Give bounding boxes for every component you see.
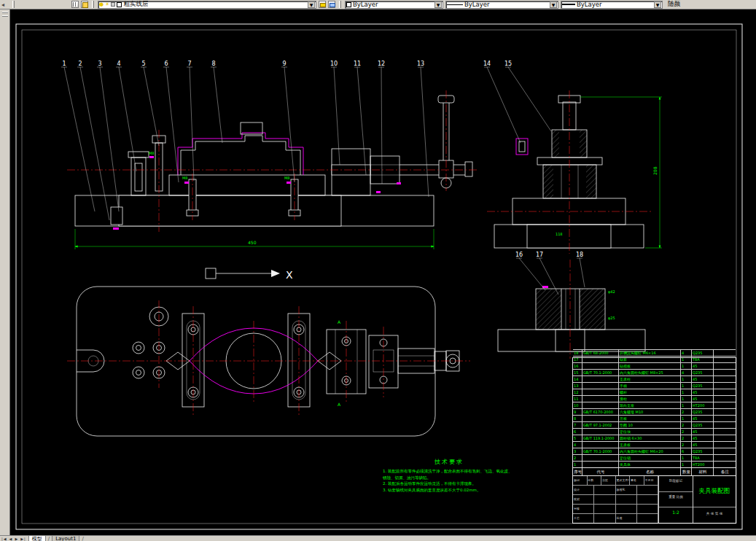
lineweight-value: ByLayer	[577, 1, 602, 8]
tb-label-count: 处数	[588, 476, 602, 485]
callout-number[interactable]: 14	[483, 61, 491, 67]
layer-dropdown-arrow[interactable]: ▼	[308, 1, 315, 8]
toolbar-grip[interactable]	[92, 1, 94, 8]
callout-number[interactable]: 10	[330, 61, 338, 67]
tb-label-std: 标准化	[616, 486, 637, 494]
side-view[interactable]: 118 208	[487, 90, 662, 254]
callout-number[interactable]: 3	[98, 61, 101, 67]
callout-number[interactable]: 16	[515, 252, 523, 258]
linetype-dropdown-arrow[interactable]: ▼	[550, 1, 557, 8]
tech-requirements[interactable]: 技术要求 1. 装配前所有零件必须清洗干净，配合表面不得有毛刺、飞边、氧化皮、锈…	[383, 458, 515, 493]
bom-row: 13手柄1Q235	[573, 382, 736, 389]
top-toolbar: ◂ ● ☀ 粗实线层 ▼ ByLayer ▼ ByLayer ▼ ByL	[0, 0, 756, 9]
tab-layout1[interactable]: Layout1	[52, 536, 79, 541]
current-color-swatch	[346, 2, 351, 7]
title-block-right: 夹具装配图 共 张 第 张	[693, 476, 736, 523]
title-block-left: 标记 处数 分区 更改文件号 签名 年月日 设计 标准化 校对	[573, 476, 659, 523]
thread-label: M8	[149, 151, 155, 155]
layer-lock-icon	[111, 2, 115, 7]
tb-label-doc: 更改文件号	[616, 476, 631, 485]
layer-states-icon[interactable]	[81, 1, 88, 8]
bom-row: 16钻模板145	[573, 362, 736, 369]
callout-number[interactable]: 15	[504, 61, 512, 67]
tab-model[interactable]: 模型	[28, 536, 46, 541]
toolbar-grip[interactable]	[339, 1, 341, 8]
tb-label-approve: 批准	[616, 514, 637, 523]
layer-name: 粗实线层	[123, 0, 148, 9]
callout-number[interactable]: 5	[141, 61, 145, 67]
drawing-canvas[interactable]: M8 M8 M8 450	[10, 9, 756, 535]
layer-properties-manager-icon[interactable]	[71, 1, 79, 8]
bom-row: 18GB/T 68-2000开槽沉头螺钉 M6×164Q235	[573, 349, 736, 356]
color-dropdown[interactable]: ByLayer ▼	[345, 1, 443, 9]
callout-number[interactable]: 2	[78, 61, 82, 67]
bom-row: 12螺杆145	[573, 389, 736, 395]
layer-thaw-icon: ☀	[105, 1, 109, 8]
tb-scale-value: 1:2	[659, 507, 693, 523]
layer-dropdown[interactable]: ● ☀ 粗实线层 ▼	[98, 1, 316, 9]
bom-rows: 1夹具体1HT2002定位销1T8A3GB/T 70.1-2000内六角圆柱头螺…	[573, 358, 736, 467]
tab-nav-first-icon[interactable]: |◀	[1, 537, 7, 541]
layout-tab-bar: |◀ ◀ ▶ ▶| 模型 / Layout1 /	[0, 535, 756, 541]
plan-view[interactable]: A A	[67, 287, 470, 436]
bom-row: 14支承柱145	[573, 375, 736, 382]
tb-label-date: 年月日	[644, 476, 659, 485]
detail-dia-top-text: φ42	[608, 289, 615, 295]
detail-view[interactable]: φ42 φ25	[498, 260, 645, 359]
lineweight-sample	[562, 4, 575, 5]
bom-row: 3GB/T 70.1-2000内六角圆柱头螺钉 M6×206Q235	[573, 448, 736, 454]
bom-row: 4支承板245	[573, 441, 736, 448]
linetype-dropdown[interactable]: ByLayer ▼	[445, 1, 558, 9]
tab-divider: /	[82, 536, 83, 541]
toolbar-grip[interactable]	[12, 1, 15, 8]
section-mark-bottom: A	[338, 402, 341, 407]
callout-number[interactable]: 17	[536, 252, 543, 258]
bom-row: 17钻套1T8A	[573, 356, 736, 362]
front-width-text: 450	[248, 240, 257, 245]
callouts-side[interactable]: 1415	[483, 61, 551, 143]
bom-row: 7GB/T 97.1-2002垫圈 102Q235	[573, 421, 736, 428]
toolbar-overflow-icon[interactable]: ◂	[1, 1, 9, 8]
tech-requirements-title: 技术要求	[383, 458, 515, 466]
callout-number[interactable]: 1	[62, 61, 66, 67]
callouts-detail[interactable]: 161718	[515, 252, 585, 295]
linetype-value: ByLayer	[464, 1, 490, 8]
plotstyle-clipped-label: 随颜	[668, 0, 680, 9]
callout-number[interactable]: 6	[164, 61, 168, 67]
thread-label: M8	[182, 176, 188, 180]
callout-number[interactable]: 8	[211, 61, 215, 67]
layer-previous-icon[interactable]	[328, 1, 335, 8]
left-toolbar-dock[interactable]	[0, 9, 10, 535]
tb-label-stage: 阶段标记	[659, 476, 693, 491]
callout-number[interactable]: 4	[117, 61, 120, 67]
callout-number[interactable]: 18	[576, 252, 583, 258]
bom-row: 15GB/T 70.1-2000内六角圆柱头螺钉 M8×254Q235	[573, 369, 736, 375]
callout-number[interactable]: 7	[187, 61, 191, 67]
callout-number[interactable]: 13	[417, 61, 424, 67]
tb-sheets: 共 张 第 张	[693, 507, 736, 523]
bom-table[interactable]: 1夹具体1HT2002定位销1T8A3GB/T 70.1-2000内六角圆柱头螺…	[572, 357, 736, 524]
callout-number[interactable]: 12	[378, 61, 385, 67]
tab-nav-prev-icon[interactable]: ◀	[9, 537, 13, 541]
title-block-mid: 阶段标记 重量 比例 1:2	[659, 476, 693, 523]
lineweight-dropdown[interactable]: ByLayer ▼	[561, 1, 663, 9]
layer-on-icon: ●	[99, 1, 104, 8]
tb-label-mark: 标记	[573, 476, 588, 485]
tb-label-weight: 重量	[669, 495, 675, 499]
color-dropdown-arrow[interactable]: ▼	[434, 1, 442, 8]
dock-grip	[2, 15, 8, 17]
tab-divider: /	[48, 536, 50, 541]
tab-nav-last-icon[interactable]: ▶|	[20, 537, 26, 541]
thread-label: M8	[284, 176, 290, 180]
bom-row: 11滑柱145	[573, 395, 736, 402]
bom-row: 8压板145	[573, 415, 736, 421]
lineweight-dropdown-arrow[interactable]: ▼	[654, 1, 661, 8]
tb-label-design: 设计	[573, 486, 594, 494]
front-width-dimension[interactable]: 450	[75, 229, 434, 249]
callout-number[interactable]: 9	[282, 61, 286, 67]
callout-number[interactable]: 11	[354, 61, 361, 67]
make-object-layer-current-icon[interactable]	[319, 1, 326, 8]
layer-color-swatch	[117, 2, 122, 7]
tab-nav-next-icon[interactable]: ▶	[15, 537, 18, 541]
front-view[interactable]: M8 M8 M8 450	[67, 90, 478, 249]
